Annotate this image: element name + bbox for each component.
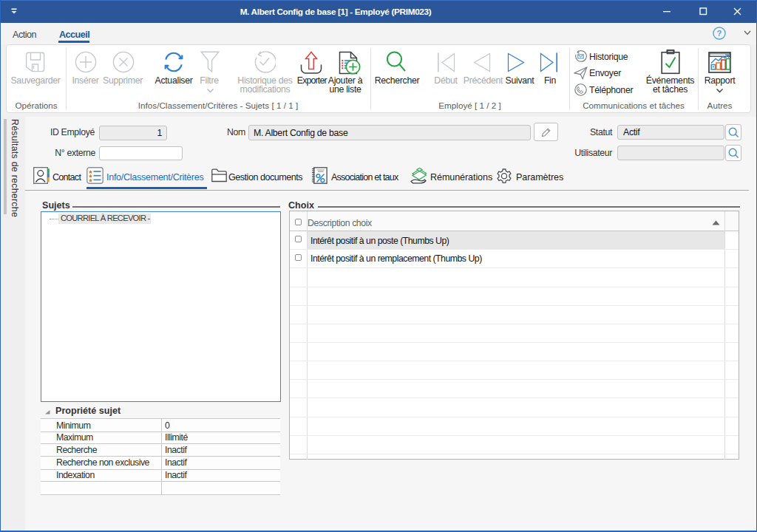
svg-text:?: ? [717,29,722,38]
